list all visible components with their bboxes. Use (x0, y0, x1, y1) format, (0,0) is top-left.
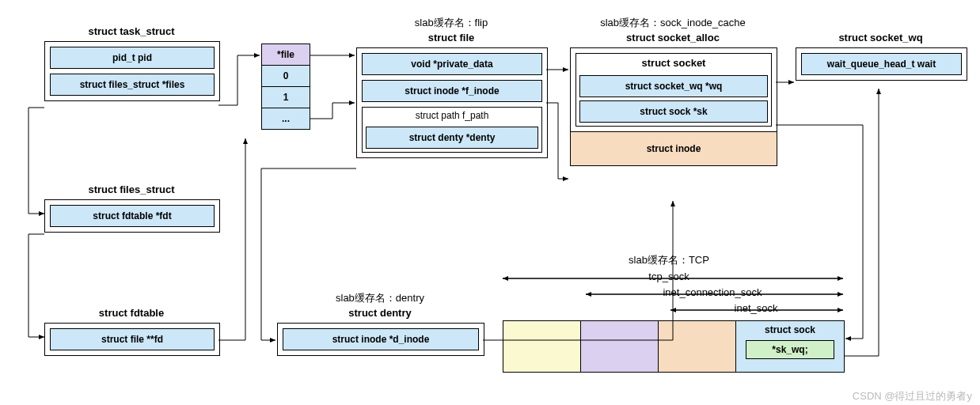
fdarray: *file 0 1 ... (261, 44, 310, 130)
socket-title: struct socket (576, 54, 771, 72)
socket-alloc-box: struct socket struct socket_wq *wq struc… (570, 47, 777, 166)
files-struct-fdt: struct fdtable *fdt (50, 205, 215, 227)
tcp-seg (581, 320, 659, 373)
tcp-sk-wq: *sk_wq; (746, 340, 834, 359)
tcp-range-1: inet_connection_sock (586, 286, 839, 298)
file-denty: struct denty *denty (366, 127, 538, 149)
watermark: CSDN @得过且过的勇者y (853, 389, 972, 403)
task-struct-box: pid_t pid struct files_struct *files (44, 41, 220, 101)
tcp-sock-seg: struct sock *sk_wq; (736, 320, 845, 373)
file-path-box: struct path f_path struct denty *denty (362, 107, 542, 153)
file-path-title: struct path f_path (363, 108, 541, 123)
tcp-sock-title: struct sock (736, 321, 844, 339)
file-title: struct file (356, 32, 546, 44)
socket-box: struct socket struct socket_wq *wq struc… (575, 53, 772, 127)
socket-wq-field: struct socket_wq *wq (579, 75, 768, 97)
tcp-range-2: inet_sock (673, 302, 839, 314)
task-struct-files: struct files_struct *files (50, 74, 215, 96)
fdtable-box: struct file **fd (44, 323, 220, 356)
dentry-d-inode: struct inode *d_inode (283, 328, 479, 350)
fdarray-cell: *file (261, 44, 310, 66)
files-struct-title: struct files_struct (44, 184, 218, 195)
fdarray-cell: 1 (261, 87, 310, 108)
file-box: void *private_data struct inode *f_inode… (356, 47, 548, 158)
tcp-seg (503, 320, 581, 373)
dentry-title: struct dentry (277, 307, 483, 319)
socket-alloc-title: struct socket_alloc (570, 32, 776, 44)
dentry-caption: slab缓存名：dentry (277, 291, 483, 305)
socket-alloc-inode: struct inode (571, 131, 777, 165)
task-struct-pid: pid_t pid (50, 47, 215, 69)
tcp-block: struct sock *sk_wq; (503, 320, 845, 373)
tcp-range-0: tcp_sock (503, 271, 835, 282)
fdarray-cell: ... (261, 108, 310, 130)
task-struct-title: struct task_struct (44, 25, 218, 37)
socket-wq-box: wait_queue_head_t wait (796, 47, 967, 81)
file-f-inode: struct inode *f_inode (362, 80, 542, 102)
fdtable-title: struct fdtable (44, 307, 218, 319)
dentry-box: struct inode *d_inode (277, 323, 484, 356)
file-private-data: void *private_data (362, 53, 542, 75)
tcp-seg (659, 320, 736, 373)
fdarray-cell: 0 (261, 66, 310, 87)
socket-wq-title: struct socket_wq (796, 32, 966, 44)
files-struct-box: struct fdtable *fdt (44, 199, 220, 233)
fdtable-fd: struct file **fd (50, 328, 215, 350)
socket-alloc-caption: slab缓存名：sock_inode_cache (570, 16, 776, 30)
file-caption: slab缓存名：flip (356, 16, 546, 30)
tcp-caption: slab缓存名：TCP (503, 253, 835, 267)
socket-sk-field: struct sock *sk (579, 100, 768, 123)
socket-wq-field: wait_queue_head_t wait (801, 53, 962, 75)
